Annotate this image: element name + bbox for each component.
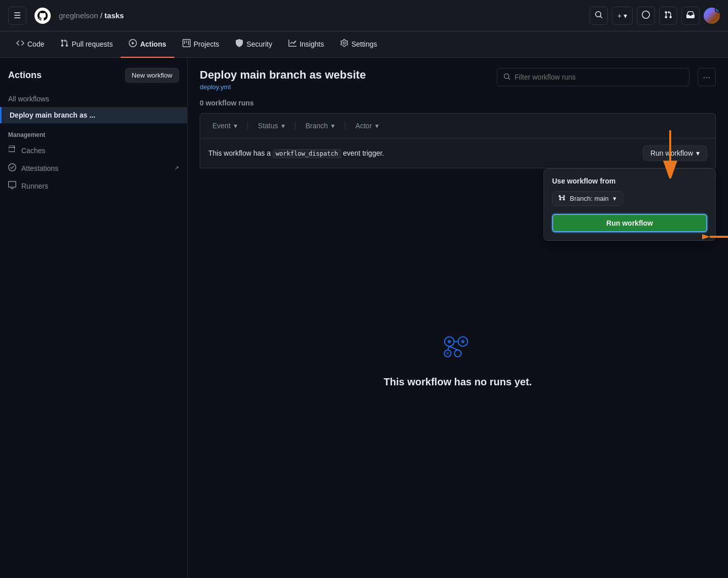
reponav-actions-label: Actions (140, 40, 166, 48)
empty-state: This workflow has no runs yet. (200, 300, 716, 418)
attestations-label: Attestations (21, 164, 58, 172)
top-navigation: ☰ greglnelson / tasks + ▾ (0, 0, 728, 31)
reponav-actions[interactable]: Actions (121, 31, 174, 58)
runners-icon (8, 181, 16, 191)
create-new-button[interactable]: + ▾ (612, 7, 633, 25)
sidebar-title: Actions (8, 70, 42, 81)
trigger-text-prefix: This workflow has a (208, 149, 273, 157)
user-avatar[interactable] (704, 8, 720, 24)
reponav-insights-label: Insights (300, 40, 324, 48)
reponav-settings-label: Settings (351, 40, 377, 48)
svg-point-7 (462, 341, 464, 342)
filter-divider-3 (345, 122, 345, 130)
attestations-icon (8, 163, 16, 173)
breadcrumb-user[interactable]: greglnelson (59, 11, 98, 20)
hamburger-menu-button[interactable]: ☰ (8, 7, 26, 25)
filter-event-chevron: ▾ (234, 122, 237, 130)
branch-select-label: Branch: main (570, 195, 609, 202)
branch-select-button[interactable]: Branch: main ▾ (552, 191, 623, 206)
sidebar-item-caches[interactable]: Caches (0, 141, 187, 159)
trigger-info-text: This workflow has a workflow_dispatch ev… (208, 149, 384, 157)
sidebar-item-active-workflow[interactable]: Deploy main branch as ... (0, 107, 187, 123)
run-workflow-button[interactable]: Run workflow ▾ (643, 146, 707, 161)
reponav-insights[interactable]: Insights (280, 31, 332, 58)
reponav-projects[interactable]: Projects (174, 31, 228, 58)
caches-label: Caches (21, 147, 45, 155)
empty-state-text: This workflow has no runs yet. (210, 376, 706, 388)
filter-actor-button[interactable]: Actor ▾ (351, 120, 383, 132)
inbox-button[interactable] (681, 7, 700, 25)
run-workflow-container: Run workflow ▾ (643, 146, 707, 161)
reponav-security-label: Security (246, 40, 272, 48)
active-workflow-label: Deploy main branch as ... (10, 111, 95, 119)
reponav-security[interactable]: Security (227, 31, 280, 58)
svg-line-12 (448, 346, 449, 350)
repo-navigation: Code Pull requests Actions Projects (0, 31, 728, 58)
filter-event-button[interactable]: Event ▾ (208, 120, 241, 132)
filter-divider-2 (295, 122, 296, 130)
code-icon (16, 39, 24, 49)
reponav-projects-label: Projects (194, 40, 220, 48)
caches-icon (8, 146, 16, 155)
hamburger-icon: ☰ (14, 11, 21, 20)
reponav-code[interactable]: Code (8, 31, 52, 58)
filter-status-label: Status (258, 122, 278, 130)
copilot-button[interactable] (637, 7, 655, 25)
run-workflow-green-button[interactable]: Run workflow (552, 214, 707, 232)
insights-icon (288, 39, 297, 49)
filter-status-chevron: ▾ (281, 122, 285, 130)
actions-icon (129, 39, 137, 49)
trigger-info-bar: This workflow has a workflow_dispatch ev… (200, 138, 716, 168)
filter-search-icon (503, 73, 511, 82)
workflow-title: Deploy main branch as website (200, 68, 489, 83)
breadcrumb-separator: / (100, 11, 104, 20)
github-logo (34, 8, 51, 24)
workflow-title-section: Deploy main branch as website deploy.yml (200, 68, 489, 91)
pull-request-button[interactable] (659, 7, 677, 25)
filter-actor-label: Actor (355, 122, 372, 130)
svg-line-13 (449, 346, 458, 350)
filter-status-button[interactable]: Status ▾ (254, 120, 289, 132)
breadcrumb-repo[interactable]: tasks (104, 11, 124, 20)
svg-point-4 (449, 341, 450, 342)
trigger-text-suffix: event trigger. (341, 149, 384, 157)
new-workflow-button[interactable]: New workflow (125, 68, 179, 83)
breadcrumb: greglnelson / tasks (59, 11, 124, 20)
svg-point-11 (454, 350, 461, 356)
workflow-section: Event ▾ Status ▾ Branch ▾ Actor ▾ (200, 113, 716, 418)
filter-actor-chevron: ▾ (375, 122, 379, 130)
sidebar-item-runners[interactable]: Runners (0, 177, 187, 195)
filter-branch-chevron: ▾ (331, 122, 335, 130)
filter-search-input[interactable] (515, 73, 683, 81)
filter-branch-button[interactable]: Branch ▾ (302, 120, 339, 132)
external-link-icon: ↗ (174, 165, 179, 171)
copilot-icon (642, 11, 650, 21)
plus-icon: + (617, 12, 622, 20)
svg-point-10 (446, 352, 449, 354)
empty-state-icon (210, 331, 706, 366)
run-workflow-chevron: ▾ (696, 149, 700, 157)
security-icon (235, 39, 243, 49)
content-header: Deploy main branch as website deploy.yml… (200, 68, 716, 91)
green-btn-arrow-container: Run workflow (552, 214, 707, 232)
main-content: Deploy main branch as website deploy.yml… (188, 58, 728, 578)
filter-divider-1 (247, 122, 248, 130)
more-options-button[interactable]: ··· (698, 68, 716, 86)
workflow-file-link[interactable]: deploy.yml (200, 83, 231, 91)
branch-select-chevron: ▾ (613, 195, 616, 202)
filter-branch-label: Branch (306, 122, 328, 130)
workflow-runs-count: 0 workflow runs (200, 99, 716, 107)
settings-icon (340, 39, 348, 49)
search-button[interactable] (590, 7, 608, 25)
reponav-code-label: Code (27, 40, 44, 48)
runners-label: Runners (21, 182, 48, 190)
filter-event-label: Event (212, 122, 231, 130)
sidebar-item-attestations[interactable]: Attestations ↗ (0, 159, 187, 177)
chevron-down-icon: ▾ (624, 12, 627, 20)
projects-icon (183, 39, 191, 49)
sidebar-all-workflows[interactable]: All workflows (0, 91, 187, 107)
run-workflow-dropdown: Use workflow from Branch: main ▾ (543, 168, 716, 241)
reponav-pulls[interactable]: Pull requests (52, 31, 121, 58)
trigger-code: workflow_dispatch (273, 149, 341, 158)
reponav-settings[interactable]: Settings (332, 31, 385, 58)
